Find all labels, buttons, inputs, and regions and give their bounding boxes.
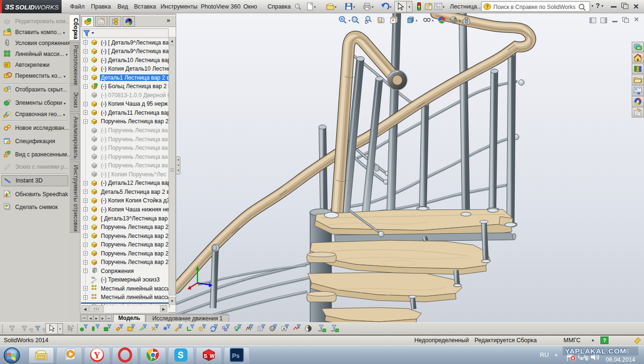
svg-text:ЗS: ЗS [5,3,14,11]
svg-text:Y: Y [94,350,100,360]
svg-text:3D: 3D [91,276,95,279]
svg-text:A: A [283,327,286,331]
svg-text:W: W [210,353,215,359]
svg-text:WORKS: WORKS [35,4,59,11]
svg-text:?: ? [486,4,489,9]
svg-text:!: ! [6,193,7,197]
svg-text:S: S [204,353,207,359]
svg-text:SOLID: SOLID [15,4,35,11]
svg-text:N: N [271,327,274,331]
svg-text:Ps: Ps [232,352,240,359]
